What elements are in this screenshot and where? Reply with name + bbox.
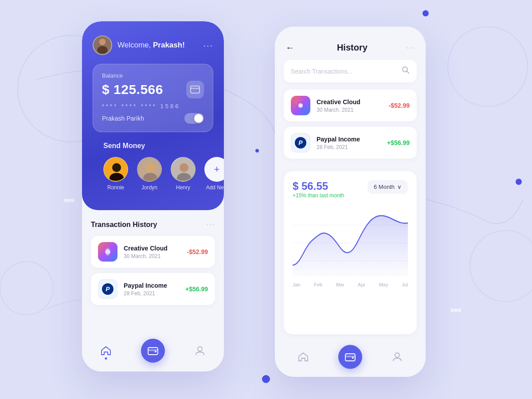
history-cc-amount: -$52.99 (389, 102, 410, 109)
history-pp-name: Paypal Income (317, 136, 381, 143)
toggle-switch[interactable] (184, 113, 204, 124)
contact-jordyn[interactable]: Jordyn (137, 157, 162, 191)
wallet-nav-btn-right[interactable] (338, 345, 362, 369)
chart-amount: $ 56.55 (293, 180, 344, 192)
add-new-avatar: + (204, 157, 224, 182)
contact-avatar-ronnie (103, 157, 128, 182)
history-menu-dots[interactable]: ··· (407, 44, 415, 52)
contact-avatar-jordyn (137, 157, 162, 182)
svg-rect-18 (191, 86, 200, 93)
svg-point-12 (450, 309, 454, 312)
svg-point-27 (180, 163, 188, 172)
chart-section: $ 56.55 +15% than last month 6 Month ∨ (284, 171, 417, 334)
history-pp-icon: P (295, 137, 306, 149)
svg-point-33 (155, 351, 156, 352)
welcome-text: Welcome, Prakash! (117, 41, 185, 50)
avatar (93, 35, 112, 55)
menu-dots[interactable]: ··· (203, 40, 213, 51)
card-number: **** **** **** 1586 (102, 103, 204, 110)
transaction-item-pp[interactable]: P Paypal Income 28 Feb, 2021 +$56.99 (91, 273, 215, 305)
svg-point-16 (99, 39, 106, 45)
contact-henry[interactable]: Henry (171, 157, 196, 191)
send-money-section: Send Money Ronnie (93, 132, 213, 198)
history-pp-logo: P (291, 133, 310, 153)
svg-line-36 (407, 71, 409, 74)
svg-point-9 (64, 199, 67, 202)
history-pp-date: 28 Feb, 2021 (317, 144, 381, 150)
svg-rect-19 (191, 88, 200, 89)
history-pp-amount: +$56.99 (387, 139, 410, 146)
svg-point-2 (470, 231, 532, 301)
phone-left: Welcome, Prakash! ··· Balance $ 125.566 … (82, 21, 224, 372)
cc-logo (98, 242, 117, 262)
svg-point-14 (458, 309, 461, 312)
contact-name-add-new: Add New (206, 184, 224, 191)
svg-point-21 (112, 163, 121, 172)
wallet-nav-btn[interactable] (141, 339, 165, 363)
history-cc-logo (291, 96, 310, 115)
chart-growth: +15% than last month (293, 192, 344, 199)
user-name: Prakash! (153, 41, 185, 49)
pp-icon: P (102, 283, 113, 295)
transaction-item-cc[interactable]: Creative Cloud 30 March, 2021 -$52.99 (91, 236, 215, 268)
home-nav-icon-right[interactable] (297, 351, 309, 363)
home-nav-dot (105, 357, 107, 360)
chart-amount-container: $ 56.55 +15% than last month (293, 180, 344, 206)
contact-add-new[interactable]: + Add New (204, 157, 224, 191)
svg-rect-44 (345, 356, 355, 357)
contacts-row: Ronnie Jordyn (103, 157, 203, 191)
transaction-menu-dots[interactable]: ··· (207, 221, 215, 229)
svg-point-30 (106, 250, 110, 254)
svg-point-13 (454, 309, 458, 312)
pp-transaction-amount: +$56.99 (185, 286, 208, 293)
transaction-history-header: Transaction History ··· (91, 221, 215, 229)
send-money-title: Send Money (103, 142, 203, 150)
svg-point-10 (67, 199, 71, 202)
history-header: ← History ··· (275, 27, 426, 60)
contact-name-jordyn: Jordyn (141, 184, 157, 191)
add-icon: + (214, 164, 220, 175)
contact-ronnie[interactable]: Ronnie (103, 157, 128, 191)
chart-period-btn[interactable]: 6 Month ∨ (368, 180, 408, 194)
balance-label: Balance (102, 72, 204, 79)
profile-nav-icon[interactable] (194, 344, 206, 357)
phone-left-top: Welcome, Prakash! ··· Balance $ 125.566 … (82, 21, 224, 210)
phone-left-bottom: Transaction History ··· Creative Cloud 3… (82, 210, 224, 333)
pp-logo: P (98, 279, 117, 299)
balance-amount: $ 125.566 (102, 82, 163, 97)
history-transaction-cc[interactable]: Creative Cloud 30 March, 2021 -$52.99 (284, 90, 417, 121)
history-transactions: Creative Cloud 30 March, 2021 -$52.99 P … (275, 90, 426, 164)
cc-transaction-name: Creative Cloud (124, 245, 181, 252)
chart-label-jul: Jul (402, 282, 408, 287)
profile-nav-icon-right[interactable] (391, 351, 403, 363)
svg-point-24 (146, 163, 155, 172)
back-icon[interactable]: ← (286, 43, 298, 53)
transaction-history-title: Transaction History (91, 221, 157, 229)
svg-point-34 (198, 347, 202, 351)
contact-name-henry: Henry (176, 184, 190, 191)
cc-transaction-info: Creative Cloud 30 March, 2021 (124, 245, 181, 259)
bottom-nav-left (82, 333, 224, 372)
chart-label-feb: Feb (314, 282, 322, 287)
card-holder-name: Prakash Parikh (102, 115, 144, 122)
balance-card: Balance $ 125.566 **** **** **** 1586 Pr… (93, 64, 213, 132)
svg-point-1 (448, 27, 528, 106)
card-icon-btn[interactable] (186, 81, 204, 98)
history-cc-date: 30 March, 2021 (317, 107, 383, 113)
svg-point-8 (262, 375, 270, 383)
history-title: History (298, 43, 407, 53)
svg-rect-32 (148, 349, 158, 351)
history-transaction-pp[interactable]: P Paypal Income 28 Feb, 2021 +$56.99 (284, 127, 417, 159)
svg-point-46 (395, 353, 399, 357)
svg-point-6 (422, 10, 429, 16)
history-cc-info: Creative Cloud 30 March, 2021 (317, 98, 383, 113)
search-bar[interactable]: Search Transactions... (284, 60, 417, 82)
chart-label-may: May (379, 282, 388, 287)
home-nav-icon[interactable] (100, 344, 112, 357)
svg-point-7 (516, 179, 522, 185)
pp-transaction-info: Paypal Income 28 Feb, 2021 (124, 282, 179, 297)
contact-avatar-henry (171, 157, 196, 182)
phone-right: ← History ··· Search Transactions... (275, 27, 426, 377)
search-placeholder: Search Transactions... (291, 68, 352, 75)
phone-header: Welcome, Prakash! ··· (93, 35, 213, 55)
